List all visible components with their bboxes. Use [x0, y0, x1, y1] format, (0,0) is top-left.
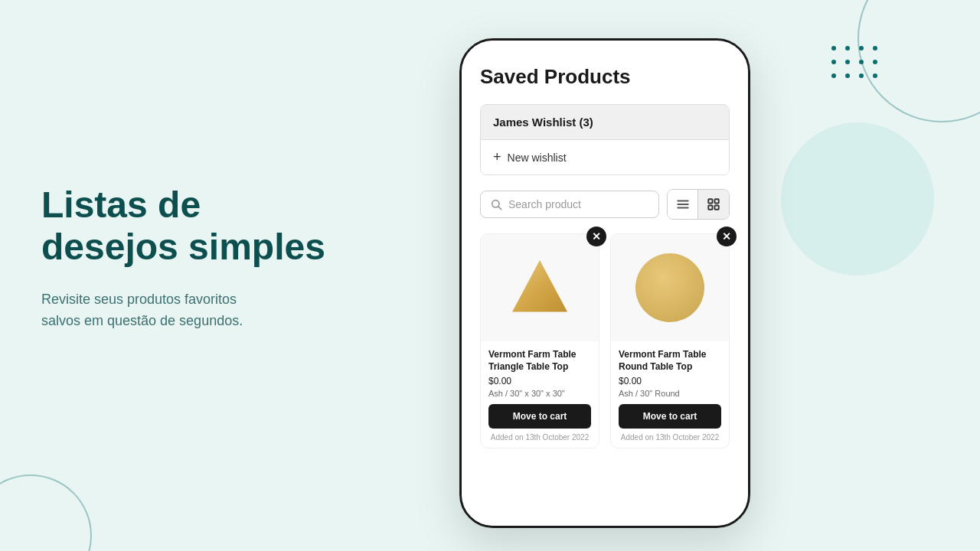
remove-product-2-button[interactable]: ✕: [717, 227, 737, 246]
product-2-info: Vermont Farm Table Round Table Top $0.00…: [611, 341, 729, 448]
grid-view-icon: [707, 197, 720, 211]
product-2-added-date: Added on 13th October 2022: [619, 433, 721, 442]
search-view-row: Search product: [480, 189, 730, 220]
product-grid: ✕: [480, 233, 730, 448]
list-view-button[interactable]: [668, 190, 698, 219]
product-1-added-date: Added on 13th October 2022: [488, 433, 591, 442]
saved-products-title: Saved Products: [480, 65, 730, 89]
wishlist-selected-item[interactable]: James Wishlist (3): [481, 105, 729, 140]
move-to-cart-1-button[interactable]: Move to cart: [488, 404, 591, 429]
close-icon: ✕: [722, 231, 731, 242]
product-2-image: [611, 234, 729, 341]
deco-blob-mid: [781, 122, 934, 276]
triangle-icon: [505, 253, 574, 322]
list-view-icon: [676, 197, 690, 211]
phone-mockup: Saved Products James Wishlist (3) + New …: [459, 38, 766, 543]
remove-product-1-button[interactable]: ✕: [586, 227, 606, 246]
svg-rect-8: [715, 206, 719, 210]
product-card-2: ✕ Vermont Farm Table Round Table Top $0.…: [610, 233, 730, 448]
product-1-info: Vermont Farm Table Triangle Table Top $0…: [481, 341, 599, 448]
product-2-price: $0.00: [619, 376, 721, 386]
view-toggles: [667, 189, 730, 220]
product-1-price: $0.00: [488, 376, 591, 386]
svg-rect-7: [708, 206, 712, 210]
search-placeholder: Search product: [508, 198, 581, 210]
product-card-1: ✕: [480, 233, 599, 448]
phone-frame: Saved Products James Wishlist (3) + New …: [459, 38, 750, 528]
product-1-variant: Ash / 30" x 30" x 30": [488, 389, 591, 398]
search-box[interactable]: Search product: [480, 191, 659, 218]
product-1-image: [481, 234, 599, 341]
product-1-name: Vermont Farm Table Triangle Table Top: [488, 349, 591, 373]
left-content: Listas de desejos simples Revisite seus …: [41, 184, 424, 332]
svg-marker-9: [512, 260, 567, 312]
subtext: Revisite seus produtos favoritos salvos …: [41, 289, 424, 332]
close-icon: ✕: [592, 231, 601, 242]
search-icon: [490, 198, 502, 210]
product-2-variant: Ash / 30" Round: [619, 389, 721, 398]
move-to-cart-2-button[interactable]: Move to cart: [619, 404, 721, 429]
deco-circle-bottom-left: [0, 474, 92, 551]
headline: Listas de desejos simples: [41, 184, 424, 268]
new-wishlist-button[interactable]: + New wishlist: [481, 140, 729, 174]
svg-line-1: [498, 207, 501, 210]
product-2-name: Vermont Farm Table Round Table Top: [619, 349, 721, 373]
svg-rect-6: [715, 199, 719, 203]
plus-icon: +: [493, 149, 501, 165]
circle-icon: [635, 253, 704, 322]
svg-rect-5: [708, 199, 712, 203]
phone-screen: Saved Products James Wishlist (3) + New …: [462, 41, 748, 526]
wishlist-container: James Wishlist (3) + New wishlist: [480, 104, 730, 175]
dot-grid-decoration: [831, 46, 880, 81]
new-wishlist-label: New wishlist: [508, 152, 567, 164]
grid-view-button[interactable]: [698, 190, 729, 219]
